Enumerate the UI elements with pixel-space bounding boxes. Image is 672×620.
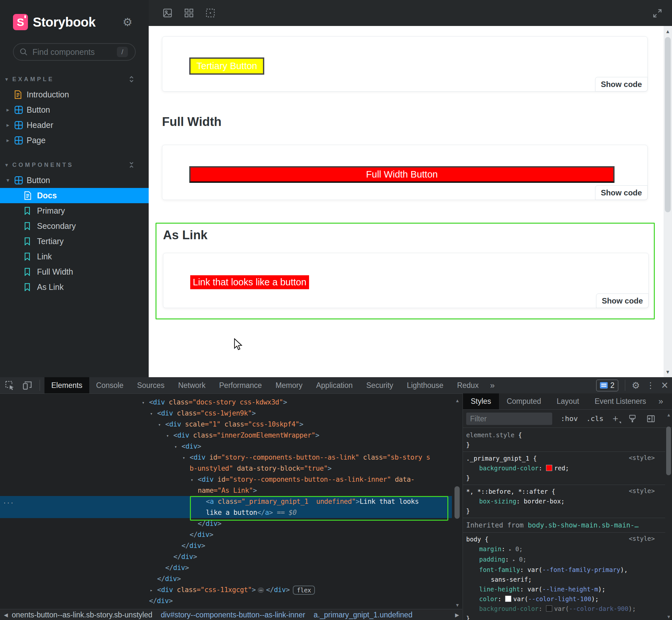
show-code-button[interactable]: Show code [595, 185, 648, 200]
style-line[interactable]: color: var(--color-light-100); [466, 594, 665, 604]
breadcrumb-item[interactable]: onents-button--as-link.sb-story.sb-unsty… [12, 611, 152, 619]
style-line[interactable]: padding: ▸ 0; [466, 555, 665, 565]
styles-tab-styles[interactable]: Styles [463, 394, 499, 409]
link-that-looks-like-button[interactable]: Link that looks like a button [190, 275, 309, 289]
sidebar-item-button[interactable]: ▸Button [0, 102, 149, 117]
show-code-button[interactable]: Show code [595, 77, 648, 92]
dom-tree-line[interactable]: ▸<div class="css-11xgcgt">⋯</div>flex [0, 584, 452, 595]
full-width-button[interactable]: Full Width Button [189, 166, 615, 183]
section-header-example[interactable]: ▾ EXAMPLE [0, 71, 149, 87]
show-code-button[interactable]: Show code [596, 294, 649, 308]
collapse-arrow-icon[interactable]: ▾ [174, 441, 182, 452]
sidebar-item-link[interactable]: Link [0, 249, 149, 264]
collapse-arrow-icon[interactable]: ▾ [183, 452, 190, 463]
scroll-up-icon[interactable]: ▲ [665, 412, 672, 417]
dom-tree-line[interactable]: ▾<div id="story--components-button--as-l… [0, 474, 452, 485]
elements-scrollbar[interactable]: ▲ ▼ [453, 397, 462, 609]
expand-triangle-icon[interactable]: ▸ [509, 547, 512, 552]
styles-tab-event-listeners[interactable]: Event Listeners [587, 394, 654, 409]
sidebar-item-introduction[interactable]: Introduction [0, 87, 149, 102]
scrollbar-thumb[interactable] [666, 426, 671, 475]
styles-tab-layout[interactable]: Layout [549, 394, 587, 409]
devtools-tab-redux[interactable]: Redux [450, 377, 485, 394]
style-line[interactable]: } [466, 614, 665, 620]
devtools-settings-icon[interactable]: ⚙ [632, 380, 640, 391]
chevron-right-icon[interactable]: ▸ [6, 137, 13, 144]
style-rule[interactable]: <style>._primary_gnipt_1 {background-col… [463, 452, 665, 485]
inspect-element-icon[interactable] [5, 380, 15, 391]
search-input[interactable]: Find components / [13, 43, 136, 61]
toggle-classes[interactable]: .cls [586, 415, 604, 423]
style-line[interactable]: element.style { [466, 430, 665, 440]
style-line[interactable]: background-color: red; [466, 463, 665, 473]
rule-origin-link[interactable]: <style> [629, 487, 655, 495]
scroll-down-icon[interactable]: ▼ [665, 614, 672, 619]
style-line[interactable]: sans-serif; [466, 575, 665, 584]
devtools-tab-performance[interactable]: Performance [212, 377, 269, 394]
collapse-arrow-icon[interactable]: ▾ [166, 430, 173, 441]
flex-badge[interactable]: flex [293, 585, 315, 595]
devtools-tab-console[interactable]: Console [89, 377, 130, 394]
node-options-ellipsis[interactable]: ··· [3, 498, 14, 507]
style-line[interactable]: } [466, 473, 665, 483]
section-header-components[interactable]: ▾ COMPONENTS [0, 157, 149, 173]
dom-tree-line[interactable]: </div> [0, 540, 452, 551]
more-tabs-icon[interactable]: » [485, 377, 498, 394]
devtools-tab-security[interactable]: Security [359, 377, 400, 394]
scroll-down-icon[interactable]: ▼ [664, 369, 672, 375]
chevron-down-icon[interactable]: ▾ [6, 177, 13, 184]
style-line[interactable]: background-color: var(--color-dark-900); [466, 604, 665, 614]
dom-tree-line[interactable]: name="As Link"> [0, 485, 452, 496]
collapse-arrow-icon[interactable]: ▾ [142, 397, 149, 408]
dom-tree-line[interactable]: ▾<div class="css-1wjen9k"> [0, 408, 452, 419]
rule-origin-link[interactable]: <style> [629, 535, 655, 542]
paint-brush-icon[interactable] [628, 415, 637, 423]
devtools-tab-lighthouse[interactable]: Lighthouse [400, 377, 450, 394]
color-swatch[interactable] [505, 596, 511, 602]
dom-tree-line[interactable]: </div> [0, 529, 452, 540]
style-rule[interactable]: <style>*, *::before, *::after {box-sizin… [463, 485, 665, 518]
color-swatch[interactable] [546, 605, 552, 612]
dom-tree-line[interactable]: ▾<div class="innerZoomElementWrapper"> [0, 430, 452, 441]
style-rule[interactable]: element.style {} [463, 428, 665, 452]
measure-icon[interactable] [205, 8, 216, 18]
devtools-tab-sources[interactable]: Sources [130, 377, 171, 394]
devtools-close-icon[interactable]: × [661, 379, 668, 391]
collapse-arrow-icon[interactable]: ▾ [150, 408, 157, 419]
rule-origin-link[interactable]: <style> [629, 454, 655, 461]
chevron-right-icon[interactable]: ▸ [6, 122, 13, 128]
styles-tab-computed[interactable]: Computed [499, 394, 549, 409]
new-style-rule-icon[interactable]: + [613, 413, 618, 424]
expand-all-icon[interactable] [128, 75, 135, 83]
expand-arrow-icon[interactable]: ▸ [150, 585, 157, 596]
grid-icon[interactable] [184, 8, 194, 18]
scrollbar-thumb[interactable] [665, 37, 671, 212]
breadcrumb-back-icon[interactable]: ◀ [0, 612, 12, 618]
sidebar-item-header[interactable]: ▸Header [0, 117, 149, 133]
issues-counter[interactable]: 2 [596, 379, 618, 392]
style-line[interactable]: box-sizing: border-box; [466, 496, 665, 506]
scroll-up-icon[interactable]: ▲ [453, 398, 462, 403]
dom-tree-line[interactable]: ▾<div class="docs-story css-kdwx3d"> [0, 397, 452, 408]
breadcrumb-forward-icon[interactable]: ▶ [455, 612, 459, 618]
scroll-up-icon[interactable]: ▲ [664, 29, 672, 34]
dom-tree-line[interactable]: b-unstyled" data-story-block="true"> [0, 463, 452, 474]
style-line[interactable]: line-height: var(--line-height-m); [466, 584, 665, 594]
style-rule[interactable]: <style>body {margin: ▸ 0;padding: ▸ 0;fo… [463, 533, 665, 620]
devtools-tab-application[interactable]: Application [309, 377, 360, 394]
collapse-arrow-icon[interactable]: ▾ [158, 419, 165, 430]
styles-scrollbar[interactable]: ▲ ▼ [665, 412, 672, 620]
style-line[interactable]: } [466, 440, 665, 450]
breadcrumb-item[interactable]: div#story--components-button--as-link-in… [161, 611, 305, 619]
sidebar-item-tertiary[interactable]: Tertiary [0, 234, 149, 249]
inherited-from-header[interactable]: Inherited from body.sb-show-main.sb-main… [463, 518, 665, 533]
breadcrumb-item[interactable]: a._primary_gnipt_1.undefined [314, 611, 412, 619]
gear-icon[interactable]: ⚙ [123, 14, 133, 30]
dom-tree-line[interactable]: </div> [0, 551, 452, 562]
canvas-scrollbar[interactable]: ▲ ▼ [664, 26, 672, 377]
sidebar-item-primary[interactable]: Primary [0, 203, 149, 218]
chevron-right-icon[interactable]: ▸ [6, 106, 13, 113]
dom-tree-line[interactable]: </div> [0, 595, 452, 606]
sidebar-item-button[interactable]: ▾Button [0, 173, 149, 188]
background-image-icon[interactable] [162, 8, 173, 18]
